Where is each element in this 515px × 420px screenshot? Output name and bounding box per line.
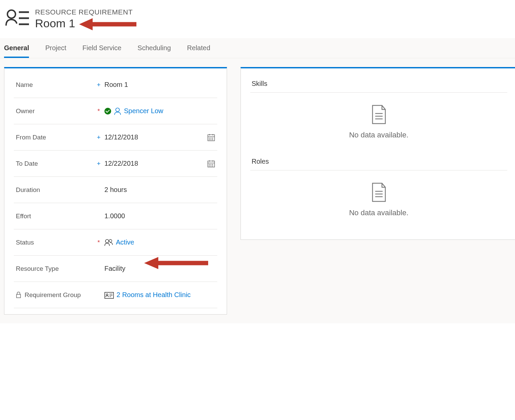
field-label: Duration (14, 186, 93, 194)
required-marker: * (93, 107, 104, 115)
owner-link[interactable]: Spencer Low (124, 107, 163, 115)
entity-type-label: RESOURCE REQUIREMENT (35, 8, 133, 16)
recommended-marker: + (93, 134, 104, 141)
field-label: Requirement Group (14, 291, 93, 299)
tabs-bar: General Project Field Service Scheduling… (0, 38, 515, 58)
svg-point-4 (116, 108, 120, 111)
field-value[interactable]: Spencer Low (104, 107, 217, 115)
field-requirement-group[interactable]: Requirement Group 2 Rooms at Health Clin… (14, 282, 217, 308)
field-from-date[interactable]: From Date + 12/12/2018 (14, 124, 217, 151)
svg-point-25 (105, 239, 109, 243)
form-panel: Name + Room 1 Owner * Spencer Low From D… (4, 67, 227, 315)
req-group-link[interactable]: 2 Rooms at Health Clinic (117, 291, 191, 299)
req-group-label: Requirement Group (25, 291, 81, 299)
date-text: 12/12/2018 (104, 133, 138, 141)
svg-rect-11 (212, 138, 213, 139)
page-header: RESOURCE REQUIREMENT Room 1 (0, 0, 515, 38)
field-label: To Date (14, 160, 93, 167)
svg-point-26 (109, 239, 112, 242)
skills-empty-state: No data available. (250, 93, 507, 152)
field-label: Effort (14, 213, 93, 220)
field-label: Resource Type (14, 265, 93, 272)
svg-rect-12 (209, 139, 210, 140)
recommended-marker: + (93, 81, 104, 89)
svg-rect-22 (209, 165, 210, 166)
field-value[interactable]: 1.0000 (104, 212, 217, 220)
record-title: Room 1 (35, 17, 133, 30)
date-text: 12/22/2018 (104, 160, 138, 167)
field-value[interactable]: Room 1 (104, 81, 217, 89)
check-icon (104, 108, 111, 115)
field-value[interactable]: 12/22/2018 (104, 160, 217, 168)
svg-rect-14 (212, 139, 213, 140)
svg-rect-13 (211, 139, 212, 140)
field-value[interactable]: 2 Rooms at Health Clinic (104, 291, 217, 299)
document-icon (371, 105, 387, 124)
field-name[interactable]: Name + Room 1 (14, 72, 217, 98)
field-label: Owner (14, 107, 93, 115)
svg-rect-21 (212, 164, 213, 165)
field-owner[interactable]: Owner * Spencer Low (14, 98, 217, 124)
svg-rect-19 (209, 164, 210, 165)
document-icon (371, 183, 387, 202)
field-effort[interactable]: Effort 1.0000 (14, 203, 217, 229)
field-resource-type[interactable]: Resource Type Facility (14, 256, 217, 282)
svg-rect-27 (17, 294, 21, 298)
tab-general[interactable]: General (4, 38, 29, 58)
field-value[interactable]: Active (104, 238, 217, 246)
svg-point-0 (7, 10, 15, 18)
field-label: Status (14, 239, 93, 246)
required-marker: * (93, 239, 104, 246)
svg-rect-24 (212, 165, 213, 166)
content-area: Name + Room 1 Owner * Spencer Low From D… (0, 58, 515, 323)
svg-rect-23 (211, 165, 212, 166)
field-value[interactable]: 2 hours (104, 186, 217, 194)
roles-header: Roles (250, 152, 507, 170)
field-value[interactable]: Facility (104, 265, 217, 272)
recommended-marker: + (93, 160, 104, 167)
svg-point-29 (106, 294, 108, 295)
card-icon (104, 291, 114, 299)
empty-text: No data available. (250, 208, 507, 217)
lock-icon (16, 292, 21, 298)
skills-header: Skills (250, 74, 507, 93)
calendar-icon[interactable] (207, 160, 215, 168)
empty-text: No data available. (250, 131, 507, 139)
tab-scheduling[interactable]: Scheduling (137, 38, 171, 58)
field-status[interactable]: Status * Active (14, 229, 217, 256)
status-icon (104, 239, 113, 246)
field-label: Name (14, 81, 93, 89)
field-to-date[interactable]: To Date + 12/22/2018 (14, 151, 217, 177)
person-icon (114, 107, 121, 115)
calendar-icon[interactable] (207, 133, 215, 141)
roles-empty-state: No data available. (250, 170, 507, 229)
svg-rect-20 (211, 164, 212, 165)
svg-rect-10 (211, 138, 212, 139)
field-duration[interactable]: Duration 2 hours (14, 177, 217, 203)
side-panel: Skills No data available. Roles No data … (240, 67, 515, 240)
field-label: From Date (14, 134, 93, 141)
tab-field-service[interactable]: Field Service (83, 38, 122, 58)
field-value[interactable]: 12/12/2018 (104, 133, 217, 141)
header-text: RESOURCE REQUIREMENT Room 1 (35, 8, 133, 30)
tab-related[interactable]: Related (187, 38, 210, 58)
status-link[interactable]: Active (116, 238, 134, 246)
svg-rect-9 (209, 138, 210, 139)
tab-project[interactable]: Project (45, 38, 66, 58)
resource-requirement-icon (5, 8, 30, 28)
